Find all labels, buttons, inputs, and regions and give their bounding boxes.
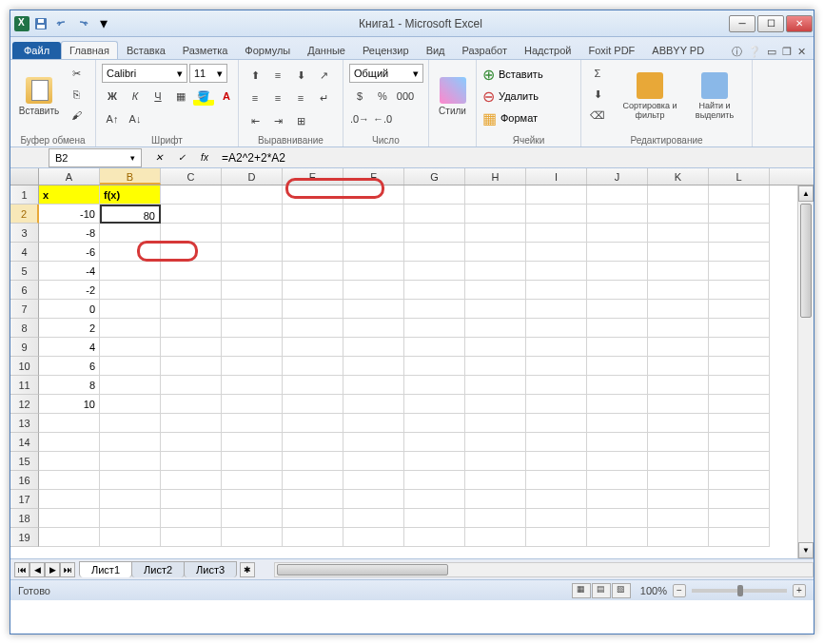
column-header-K[interactable]: K — [648, 168, 709, 185]
vertical-scrollbar[interactable]: ▲ ▼ — [797, 185, 814, 558]
cell-J6[interactable] — [587, 281, 648, 300]
zoom-slider[interactable] — [692, 589, 787, 593]
cell-I4[interactable] — [526, 243, 587, 262]
align-middle-button[interactable]: ≡ — [267, 66, 288, 85]
cell-B10[interactable] — [100, 357, 161, 376]
font-size-select[interactable]: 11▾ — [189, 64, 227, 83]
cell-H18[interactable] — [465, 509, 526, 528]
minimize-ribbon-icon[interactable]: ⓘ — [732, 45, 742, 59]
column-header-E[interactable]: E — [283, 168, 343, 185]
cell-J2[interactable] — [587, 205, 648, 224]
cell-A14[interactable] — [39, 433, 100, 452]
cell-E17[interactable] — [283, 490, 343, 509]
cell-L6[interactable] — [709, 281, 770, 300]
underline-button[interactable]: Ч — [147, 87, 168, 106]
column-header-H[interactable]: H — [465, 168, 526, 185]
row-header-10[interactable]: 10 — [10, 357, 39, 376]
cell-F9[interactable] — [343, 338, 404, 357]
cell-B14[interactable] — [100, 433, 161, 452]
cell-F12[interactable] — [343, 395, 404, 414]
cell-D14[interactable] — [222, 433, 283, 452]
help-icon[interactable]: ❔ — [748, 46, 761, 58]
cell-L2[interactable] — [709, 205, 770, 224]
cell-J17[interactable] — [587, 490, 648, 509]
cell-C7[interactable] — [161, 300, 222, 319]
cell-H11[interactable] — [465, 376, 526, 395]
cell-D4[interactable] — [222, 243, 283, 262]
fill-color-button[interactable]: 🪣 — [193, 87, 214, 106]
cell-F14[interactable] — [343, 433, 404, 452]
tab-вставка[interactable]: Вставка — [118, 41, 174, 59]
cell-G19[interactable] — [404, 528, 465, 547]
cell-I6[interactable] — [526, 281, 587, 300]
select-all-corner[interactable] — [10, 168, 39, 185]
font-name-select[interactable]: Calibri▾ — [102, 64, 187, 83]
new-sheet-button[interactable]: ✱ — [240, 562, 255, 577]
cell-F10[interactable] — [343, 357, 404, 376]
cell-A7[interactable]: 0 — [39, 300, 100, 319]
cell-K17[interactable] — [648, 490, 709, 509]
cell-K8[interactable] — [648, 319, 709, 338]
zoom-level[interactable]: 100% — [640, 585, 667, 596]
cell-K18[interactable] — [648, 509, 709, 528]
cell-J11[interactable] — [587, 376, 648, 395]
currency-button[interactable]: $ — [349, 87, 370, 106]
cell-E1[interactable] — [283, 185, 343, 205]
cell-H7[interactable] — [465, 300, 526, 319]
cell-K14[interactable] — [648, 433, 709, 452]
tab-foxit pdf[interactable]: Foxit PDF — [579, 41, 643, 59]
row-header-12[interactable]: 12 — [10, 395, 39, 414]
row-header-4[interactable]: 4 — [10, 243, 39, 262]
row-header-5[interactable]: 5 — [10, 262, 39, 281]
mdi-restore-icon[interactable]: ❐ — [782, 46, 792, 58]
cell-C12[interactable] — [161, 395, 222, 414]
cell-J14[interactable] — [587, 433, 648, 452]
cell-K16[interactable] — [648, 471, 709, 490]
orientation-button[interactable]: ↗ — [313, 66, 334, 85]
cut-button[interactable]: ✂ — [66, 64, 87, 83]
scroll-thumb[interactable] — [800, 204, 812, 318]
cell-G9[interactable] — [404, 338, 465, 357]
row-header-14[interactable]: 14 — [10, 433, 39, 452]
mdi-close-icon[interactable]: ✕ — [797, 46, 806, 58]
cell-C14[interactable] — [161, 433, 222, 452]
cell-A12[interactable]: 10 — [39, 395, 100, 414]
cell-K7[interactable] — [648, 300, 709, 319]
cell-A8[interactable]: 2 — [39, 319, 100, 338]
cell-H12[interactable] — [465, 395, 526, 414]
scroll-down-button[interactable]: ▼ — [798, 542, 814, 558]
qat-redo[interactable] — [73, 14, 92, 33]
column-header-G[interactable]: G — [404, 168, 465, 185]
cell-D1[interactable] — [222, 185, 283, 205]
cell-J12[interactable] — [587, 395, 648, 414]
comma-button[interactable]: 000 — [395, 87, 416, 106]
cell-F18[interactable] — [343, 509, 404, 528]
column-header-B[interactable]: B — [100, 168, 161, 185]
cell-I12[interactable] — [526, 395, 587, 414]
cell-F6[interactable] — [343, 281, 404, 300]
cell-C13[interactable] — [161, 414, 222, 433]
tab-данные[interactable]: Данные — [299, 41, 354, 59]
cell-H5[interactable] — [465, 262, 526, 281]
cell-E8[interactable] — [283, 319, 343, 338]
minimize-button[interactable]: ─ — [729, 15, 755, 32]
cell-C19[interactable] — [161, 528, 222, 547]
cell-J8[interactable] — [587, 319, 648, 338]
cell-J4[interactable] — [587, 243, 648, 262]
cell-B15[interactable] — [100, 452, 161, 471]
cell-E3[interactable] — [283, 224, 343, 243]
align-top-button[interactable]: ⬆ — [245, 66, 265, 85]
cell-I2[interactable] — [526, 205, 587, 224]
increase-decimal-button[interactable]: .0→ — [349, 109, 370, 128]
sheet-nav-prev[interactable]: ◀ — [29, 562, 45, 577]
cell-D3[interactable] — [222, 224, 283, 243]
cell-L12[interactable] — [709, 395, 770, 414]
cell-H2[interactable] — [465, 205, 526, 224]
cell-C8[interactable] — [161, 319, 222, 338]
cell-K6[interactable] — [648, 281, 709, 300]
fill-button[interactable]: ⬇ — [587, 85, 608, 104]
cell-D18[interactable] — [222, 509, 283, 528]
cell-G7[interactable] — [404, 300, 465, 319]
cell-G6[interactable] — [404, 281, 465, 300]
cell-I1[interactable] — [526, 185, 587, 205]
